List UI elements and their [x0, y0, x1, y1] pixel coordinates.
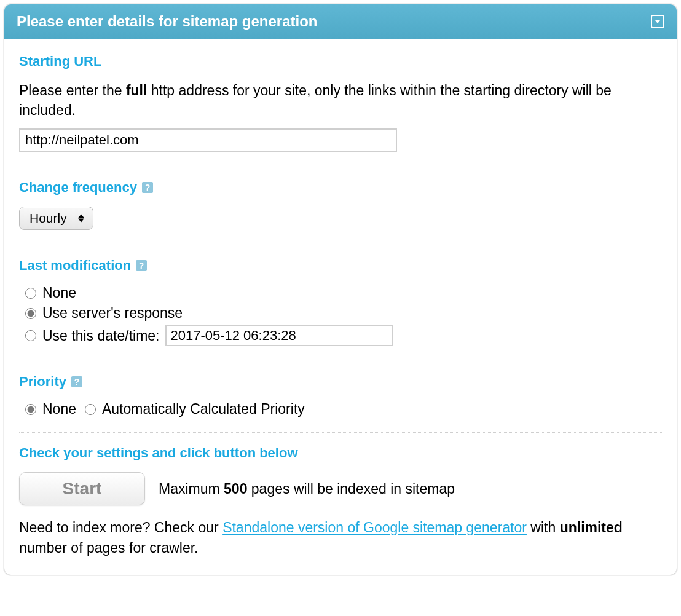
divider — [19, 167, 662, 167]
radio-server[interactable] — [25, 308, 36, 319]
last-modification-label: Last modification ? — [19, 258, 662, 274]
help-icon[interactable]: ? — [136, 260, 147, 271]
sitemap-panel: Please enter details for sitemap generat… — [4, 4, 677, 575]
radio-priority-auto[interactable] — [85, 404, 96, 415]
lastmod-option-none[interactable]: None — [25, 285, 662, 301]
priority-label: Priority ? — [19, 374, 662, 390]
help-icon[interactable]: ? — [71, 376, 82, 387]
change-frequency-select[interactable]: Hourly — [19, 207, 93, 230]
max-pages-text: Maximum 500 pages will be indexed in sit… — [159, 481, 455, 497]
divider — [19, 245, 662, 245]
panel-title: Please enter details for sitemap generat… — [17, 13, 318, 30]
start-row: Start Maximum 500 pages will be indexed … — [19, 472, 662, 505]
submit-label: Check your settings and click button bel… — [19, 445, 662, 461]
footer-text: Need to index more? Check our Standalone… — [19, 518, 662, 557]
collapse-icon[interactable] — [651, 15, 664, 28]
help-icon[interactable]: ? — [142, 182, 153, 193]
panel-body: Starting URL Please enter the full http … — [4, 39, 677, 575]
radio-priority-none[interactable] — [25, 404, 36, 415]
priority-option-none[interactable]: None — [25, 401, 76, 417]
start-button[interactable]: Start — [19, 472, 145, 505]
standalone-link[interactable]: Standalone version of Google sitemap gen… — [222, 519, 527, 535]
divider — [19, 432, 662, 433]
starting-url-desc: Please enter the full http address for y… — [19, 81, 662, 120]
radio-none[interactable] — [25, 288, 36, 299]
starting-url-input[interactable] — [19, 128, 397, 152]
starting-url-label: Starting URL — [19, 53, 662, 69]
change-frequency-label: Change frequency ? — [19, 180, 662, 195]
lastmod-option-date[interactable]: Use this date/time: — [25, 325, 662, 346]
lastmod-option-server[interactable]: Use server's response — [25, 305, 662, 322]
lastmod-date-input[interactable] — [165, 325, 393, 346]
priority-option-auto[interactable]: Automatically Calculated Priority — [85, 401, 305, 417]
priority-options: None Automatically Calculated Priority — [25, 401, 662, 417]
radio-date[interactable] — [25, 330, 36, 341]
panel-header: Please enter details for sitemap generat… — [4, 4, 677, 39]
divider — [19, 361, 662, 361]
select-arrows-icon — [78, 215, 84, 223]
